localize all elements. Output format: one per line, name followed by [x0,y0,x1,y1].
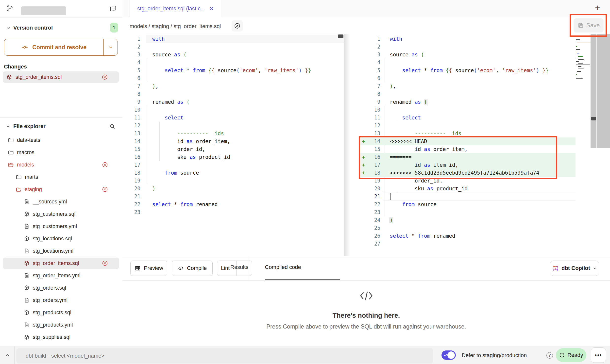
tree-item-stg_orders.sql[interactable]: stg_orders.sql [0,282,122,294]
indent-guide [385,208,385,216]
more-options-button[interactable]: ••• [591,347,606,363]
close-tab-icon[interactable]: ✕ [209,6,214,12]
discard-change-icon[interactable] [102,186,108,193]
line-number: 10 [122,106,146,114]
tree-item-marts[interactable]: marts [0,171,122,183]
line-number: 12 [122,122,146,130]
gutter-spacer [360,51,367,59]
code-line-23: 23 [122,208,344,216]
command-input[interactable]: dbt build --select <model_name> [16,348,433,364]
tree-item-stg_customers.yml[interactable]: stg_customers.yml [0,220,122,232]
code-line-12: 12 [122,122,344,130]
chevron-down-icon[interactable] [5,124,11,129]
search-icon[interactable] [109,123,116,130]
tree-item-data-tests[interactable]: data-tests [0,134,122,146]
indent-guide [385,185,385,193]
doc-icon [24,322,30,328]
discard-change-icon[interactable] [102,260,108,266]
line-number: 4 [122,59,146,66]
tree-item-stg_locations.sql[interactable]: stg_locations.sql [0,232,122,245]
status-ring-icon [559,352,565,358]
model-icon [24,211,30,217]
tree-item-stg_locations.yml[interactable]: stg_locations.yml [0,245,122,257]
model-icon [24,285,30,291]
active-tab-underline [265,279,340,280]
code-line-12: 12 [360,122,576,130]
code-line-27: 27 [360,240,576,248]
tree-item-stg_order_items.yml[interactable]: stg_order_items.yml [0,269,122,282]
defer-toggle[interactable] [441,350,456,360]
dbt-copilot-button[interactable]: dbt Copilot [550,261,599,276]
commit-options-chevron[interactable] [104,39,118,55]
tree-item-label: stg_order_items.yml [33,273,81,279]
code-line-14: 14 id as order_item, [122,137,344,145]
chevron-down-icon[interactable] [5,25,11,31]
tree-item-macros[interactable]: macros [0,146,122,159]
discard-change-icon[interactable] [102,74,108,80]
editor-pane-original[interactable]: 1with23source as (45 select * from {{ so… [122,35,344,216]
copy-icon[interactable] [109,5,117,12]
tab-stg-order-items[interactable]: stg_order_items.sql (last c... ✕ [130,0,221,17]
expand-panel-chevron-icon[interactable] [4,352,11,359]
minimap-line [576,65,590,65]
tree-item-label: marts [25,174,38,180]
discard-change-icon[interactable] [102,162,108,168]
tree-item-stg_products.sql[interactable]: stg_products.sql [0,306,122,319]
status-badge-ready: Ready [556,348,586,362]
tree-item-stg_products.yml[interactable]: stg_products.yml [0,319,122,331]
preview-button[interactable]: Preview [130,261,167,276]
window-scrollbar-track[interactable] [597,34,610,148]
code-line-5: 5 select * from {{ source('ecom', 'raw_i… [360,66,576,74]
model-icon [24,334,30,340]
git-branch-icon[interactable] [6,5,13,12]
line-number: 12 [367,122,383,130]
line-number: 17 [122,161,146,169]
changed-file-item[interactable]: stg_order_items.sql [3,71,119,83]
tree-item-stg_orders.yml[interactable]: stg_orders.yml [0,294,122,306]
compile-label: Compile [187,265,207,271]
help-icon[interactable]: ? [546,352,553,359]
tree-item-label: stg_orders.yml [33,297,68,303]
git-commit-icon [21,44,28,51]
save-button[interactable]: Save [574,18,604,33]
gutter-spacer [360,82,367,90]
line-number: 1 [367,35,383,43]
folder-icon [8,137,14,143]
editor-scrollbar-thumb[interactable] [591,117,596,120]
code-line-2: 2 [122,43,344,51]
commit-and-resolve-button[interactable]: Commit and resolve [4,39,118,56]
lineage-compass-icon[interactable] [232,20,243,32]
tree-item-stg_supplies.sql[interactable]: stg_supplies.sql [0,331,122,343]
tab-results[interactable]: Results [230,264,248,270]
editor-scrollbar-track[interactable] [591,34,596,148]
empty-state: There's nothing here. Press Compile abov… [122,290,610,330]
line-number: 11 [122,114,146,122]
minimap[interactable] [576,36,591,83]
tree-item-__sources.yml[interactable]: __sources.yml [0,196,122,208]
code-line-4: 4 [360,59,576,66]
tree-item-models[interactable]: models [0,159,122,171]
toggle-knob [447,351,455,359]
gutter-spacer [360,240,367,248]
indent-guide [147,137,147,145]
changes-heading: Changes [4,64,27,70]
tab-compiled-code[interactable]: Compiled code [265,264,301,270]
tree-item-label: stg_products.sql [33,310,71,316]
code-line-8: 8 [360,90,576,98]
indent-guide [385,66,385,74]
line-number: 5 [122,66,146,74]
tree-item-label: stg_supplies.sql [33,334,70,340]
compile-button[interactable]: Compile [172,261,213,276]
tree-item-stg_customers.sql[interactable]: stg_customers.sql [0,208,122,220]
branch-name-redacted [21,6,66,15]
left-pane-scrollbar-thumb[interactable] [338,34,343,38]
new-tab-button[interactable]: + [595,3,600,12]
gutter-spacer [360,224,367,232]
tree-item-staging[interactable]: staging [0,183,122,196]
tree-item-stg_order_items.sql[interactable]: stg_order_items.sql [0,257,122,269]
code-line-22: 22 from source [360,200,576,208]
line-number: 24 [367,216,383,224]
code-line-7: 7), [360,82,576,90]
code-line-24: 24) [360,216,576,224]
line-number: 1 [122,35,146,43]
